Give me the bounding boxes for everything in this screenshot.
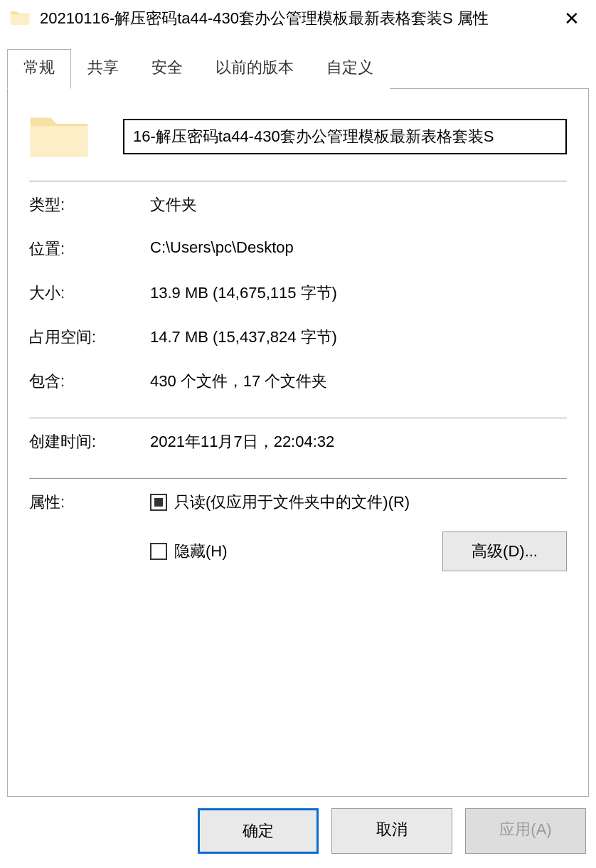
dialog-footer: 确定 取消 应用(A) <box>0 797 596 868</box>
tab-customize[interactable]: 自定义 <box>310 49 390 89</box>
folder-icon <box>29 110 89 162</box>
contains-value: 430 个文件，17 个文件夹 <box>150 371 327 392</box>
created-value: 2021年11月7日，22:04:32 <box>150 431 334 452</box>
advanced-button[interactable]: 高级(D)... <box>442 531 567 571</box>
readonly-row: 只读(仅应用于文件夹中的文件)(R) <box>150 492 567 513</box>
tab-panel-general: 类型: 文件夹 位置: C:\Users\pc\Desktop 大小: 13.9… <box>7 88 589 797</box>
header-row <box>29 110 567 178</box>
ok-button[interactable]: 确定 <box>198 808 319 854</box>
tab-previous-versions[interactable]: 以前的版本 <box>199 49 310 89</box>
type-value: 文件夹 <box>150 194 197 216</box>
row-type: 类型: 文件夹 <box>29 194 567 216</box>
size-value: 13.9 MB (14,675,115 字节) <box>150 282 337 304</box>
row-location: 位置: C:\Users\pc\Desktop <box>29 238 567 260</box>
created-label: 创建时间: <box>29 431 150 452</box>
tabs-area: 常规 共享 安全 以前的版本 自定义 类型: 文件夹 <box>0 37 596 797</box>
separator <box>29 418 567 418</box>
row-created: 创建时间: 2021年11月7日，22:04:32 <box>29 431 567 452</box>
separator <box>29 181 567 181</box>
ondisk-value: 14.7 MB (15,437,824 字节) <box>150 327 337 348</box>
readonly-checkbox[interactable] <box>150 494 167 511</box>
separator <box>29 478 567 479</box>
cancel-button[interactable]: 取消 <box>331 808 452 854</box>
apply-button[interactable]: 应用(A) <box>465 808 586 854</box>
size-label: 大小: <box>29 282 150 304</box>
tab-general[interactable]: 常规 <box>7 49 71 89</box>
folder-icon <box>10 9 40 28</box>
attributes-label: 属性: <box>29 492 150 571</box>
readonly-label: 只读(仅应用于文件夹中的文件)(R) <box>174 492 410 513</box>
ondisk-label: 占用空间: <box>29 327 150 348</box>
contains-label: 包含: <box>29 371 150 392</box>
hidden-row: 隐藏(H) <box>150 541 228 562</box>
window-title: 20210116-解压密码ta44-430套办公管理模板最新表格套装S 属性 <box>40 8 558 29</box>
tab-sharing[interactable]: 共享 <box>71 49 135 89</box>
row-contains: 包含: 430 个文件，17 个文件夹 <box>29 371 567 392</box>
location-label: 位置: <box>29 238 150 260</box>
row-attributes: 属性: 只读(仅应用于文件夹中的文件)(R) 隐藏(H) 高级(D)... <box>29 492 567 571</box>
properties-dialog: 20210116-解压密码ta44-430套办公管理模板最新表格套装S 属性 ✕… <box>0 0 596 868</box>
hidden-label: 隐藏(H) <box>174 541 228 562</box>
close-icon[interactable]: ✕ <box>558 8 586 30</box>
row-size: 大小: 13.9 MB (14,675,115 字节) <box>29 282 567 304</box>
titlebar: 20210116-解压密码ta44-430套办公管理模板最新表格套装S 属性 ✕ <box>0 0 596 37</box>
folder-name-input[interactable] <box>123 119 567 154</box>
row-size-on-disk: 占用空间: 14.7 MB (15,437,824 字节) <box>29 327 567 348</box>
tab-row: 常规 共享 安全 以前的版本 自定义 <box>7 48 589 88</box>
tab-security[interactable]: 安全 <box>135 49 199 89</box>
location-value: C:\Users\pc\Desktop <box>150 238 294 260</box>
type-label: 类型: <box>29 194 150 216</box>
hidden-checkbox[interactable] <box>150 543 167 560</box>
